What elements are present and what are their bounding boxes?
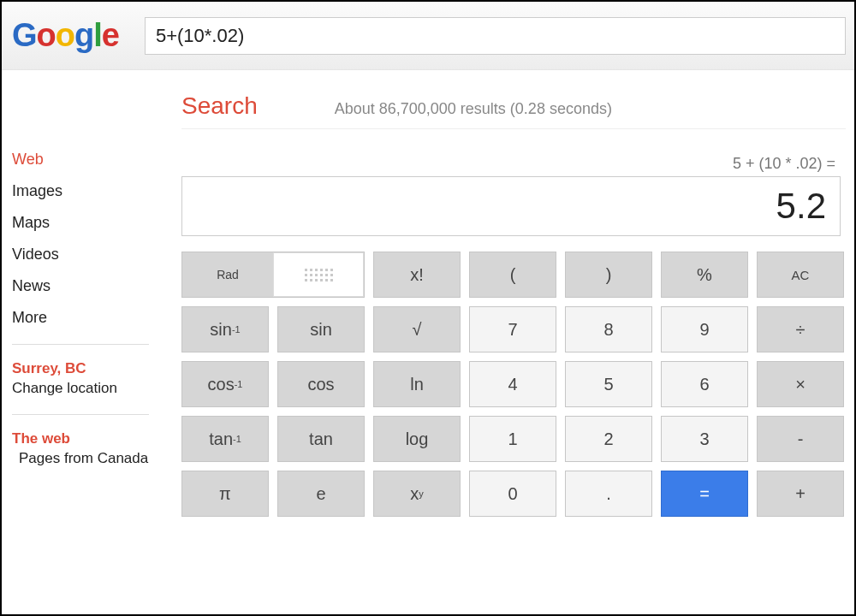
- multiply-button[interactable]: ×: [757, 361, 844, 407]
- digit-0[interactable]: 0: [469, 471, 556, 517]
- ac-button[interactable]: AC: [757, 252, 844, 298]
- sqrt-button[interactable]: √: [373, 306, 461, 352]
- decimal-button[interactable]: .: [565, 471, 652, 517]
- acos-button[interactable]: cos-1: [181, 361, 269, 407]
- rad-label: Rad: [217, 268, 239, 281]
- scope-title[interactable]: The web: [12, 430, 173, 447]
- location-name[interactable]: Surrey, BC: [12, 360, 173, 377]
- equals-button[interactable]: =: [661, 471, 748, 517]
- google-logo[interactable]: Google: [12, 17, 119, 54]
- digit-4[interactable]: 4: [469, 361, 556, 407]
- power-button[interactable]: xy: [373, 471, 461, 517]
- e-button[interactable]: e: [277, 471, 365, 517]
- asin-button[interactable]: sin-1: [181, 306, 269, 352]
- change-location[interactable]: Change location: [12, 380, 173, 397]
- digit-3[interactable]: 3: [661, 416, 748, 462]
- result-stats: About 86,700,000 results (0.28 seconds): [335, 100, 612, 118]
- factorial-button[interactable]: x!: [373, 252, 461, 298]
- log-button[interactable]: log: [373, 416, 461, 462]
- digit-7[interactable]: 7: [469, 306, 556, 352]
- digit-9[interactable]: 9: [661, 306, 748, 352]
- pi-button[interactable]: π: [181, 471, 269, 517]
- divide-button[interactable]: ÷: [757, 306, 844, 352]
- digit-6[interactable]: 6: [661, 361, 748, 407]
- digit-8[interactable]: 8: [565, 306, 652, 352]
- nav-news[interactable]: News: [12, 277, 173, 295]
- calc-expression: 5 + (10 * .02) =: [181, 155, 841, 173]
- add-button[interactable]: +: [757, 471, 844, 517]
- scope-sub[interactable]: Pages from Canada: [19, 450, 173, 467]
- percent-button[interactable]: %: [661, 252, 748, 298]
- main: Search About 86,700,000 results (0.28 se…: [173, 70, 854, 517]
- digit-2[interactable]: 2: [565, 416, 652, 462]
- divider: [12, 344, 149, 345]
- calc-display: 5.2: [181, 176, 841, 236]
- digit-5[interactable]: 5: [565, 361, 652, 407]
- nav-maps[interactable]: Maps: [12, 214, 173, 232]
- nav-videos[interactable]: Videos: [12, 246, 173, 264]
- top-bar: Google: [2, 2, 854, 70]
- atan-button[interactable]: tan-1: [181, 416, 269, 462]
- subtract-button[interactable]: -: [757, 416, 844, 462]
- calculator: 5 + (10 * .02) = 5.2 Rad x! ( ) % AC sin…: [181, 155, 841, 517]
- nav-images[interactable]: Images: [12, 182, 173, 200]
- tan-button[interactable]: tan: [277, 416, 365, 462]
- ln-button[interactable]: ln: [373, 361, 461, 407]
- sin-button[interactable]: sin: [277, 306, 365, 352]
- rad-deg-toggle[interactable]: Rad: [181, 252, 365, 298]
- sidebar: Web Images Maps Videos News More Surrey,…: [2, 70, 173, 517]
- nav-web[interactable]: Web: [12, 151, 173, 169]
- lparen-button[interactable]: (: [469, 252, 556, 298]
- deg-dots-icon: [273, 252, 364, 297]
- nav-more[interactable]: More: [12, 309, 173, 327]
- search-input[interactable]: [145, 17, 846, 55]
- digit-1[interactable]: 1: [469, 416, 556, 462]
- rparen-button[interactable]: ): [565, 252, 652, 298]
- page-title: Search: [181, 92, 258, 120]
- nav: Web Images Maps Videos News More: [12, 151, 173, 327]
- cos-button[interactable]: cos: [277, 361, 365, 407]
- divider: [12, 414, 149, 415]
